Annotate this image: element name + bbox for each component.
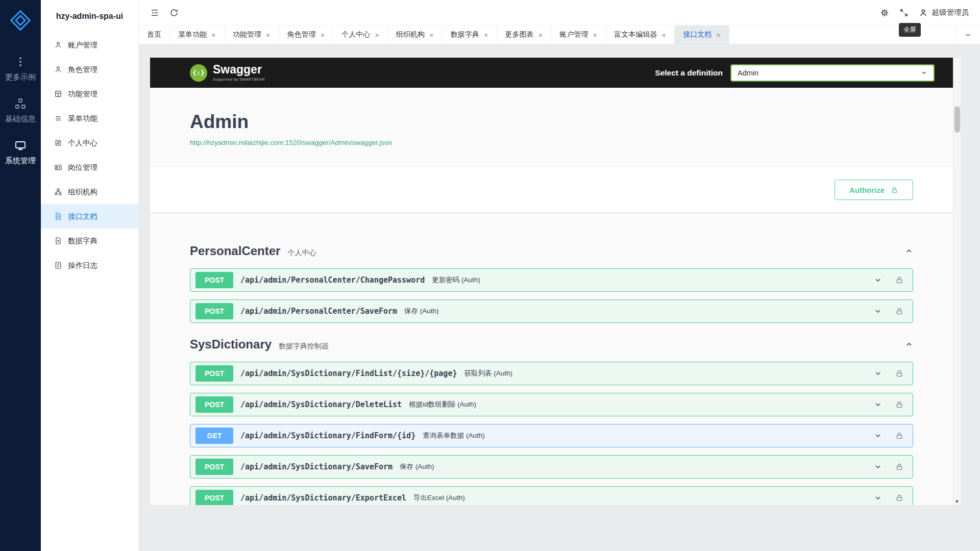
api-operation-row[interactable]: POST /api/admin/SysDictionary/DeleteList… <box>190 393 913 416</box>
authorize-label: Authorize <box>849 186 885 194</box>
user-avatar-icon <box>919 8 928 17</box>
sidebar-item-menus[interactable]: 菜单功能 <box>41 106 138 131</box>
sidebar-item-api-docs[interactable]: 接口文档 <box>41 204 138 229</box>
http-method-badge: POST <box>195 396 233 413</box>
http-method-badge: POST <box>195 272 233 288</box>
close-tab-icon[interactable]: × <box>211 31 216 39</box>
api-path: /api/admin/SysDictionary/FindList/{size}… <box>240 369 457 378</box>
menu-fold-icon[interactable] <box>150 8 159 17</box>
tab-label: 首页 <box>147 30 161 39</box>
expand-operation-icon[interactable] <box>874 494 882 502</box>
sidebar-item-roles[interactable]: 角色管理 <box>41 57 138 82</box>
close-tab-icon[interactable]: × <box>538 31 543 39</box>
diamond-logo-icon <box>9 9 32 32</box>
tab-more-charts[interactable]: 更多图表 × <box>497 26 552 44</box>
select-definition-label: Select a definition <box>655 68 723 78</box>
sidebar-item-label: 账户管理 <box>68 40 97 50</box>
expand-operation-icon[interactable] <box>874 307 882 315</box>
close-tab-icon[interactable]: × <box>321 31 325 39</box>
sidebar-item-positions[interactable]: 岗位管理 <box>41 155 138 180</box>
auth-lock-icon[interactable] <box>895 369 903 378</box>
close-tab-icon[interactable]: × <box>662 31 666 39</box>
close-tab-icon[interactable]: × <box>484 31 488 39</box>
sidebar-item-label: 操作日志 <box>68 261 97 270</box>
swagger-logo-icon: {:} <box>190 64 207 82</box>
api-summary: 保存 (Auth) <box>404 307 439 316</box>
http-method-badge: POST <box>195 365 233 382</box>
tab-functions[interactable]: 功能管理 × <box>225 26 279 44</box>
collapse-section-icon[interactable] <box>905 247 913 255</box>
auth-lock-icon[interactable] <box>895 400 903 409</box>
blocks-icon <box>14 97 27 110</box>
rail-item-label: 系统管理 <box>5 156 36 166</box>
tab-accounts[interactable]: 账户管理 × <box>551 26 606 44</box>
close-tab-icon[interactable]: × <box>375 31 379 39</box>
auth-lock-icon[interactable] <box>895 276 903 284</box>
close-tab-icon[interactable]: × <box>429 31 434 39</box>
sidebar-item-organization[interactable]: 组织机构 <box>41 180 138 204</box>
fullscreen-icon[interactable] <box>899 8 909 17</box>
api-info-section: Admin http://hzyadmin.milaizhijie.com:15… <box>150 88 953 167</box>
tab-home[interactable]: 首页 <box>139 26 170 44</box>
rail-item-system-management[interactable]: 系统管理 <box>0 132 41 173</box>
expand-operation-icon[interactable] <box>874 400 882 409</box>
sidebar-item-operation-logs[interactable]: 操作日志 <box>41 253 138 278</box>
rail-item-label: 基础信息 <box>5 114 36 124</box>
expand-operation-icon[interactable] <box>874 276 882 284</box>
scrollbar-down-arrow[interactable]: ▼ <box>953 499 961 504</box>
api-operation-row[interactable]: POST /api/admin/PersonalCenter/ChangePas… <box>190 268 913 292</box>
tab-label: 富文本编辑器 <box>614 30 657 39</box>
expand-operation-icon[interactable] <box>874 369 882 378</box>
tab-personal-center[interactable]: 个人中心 × <box>333 26 388 44</box>
journal-icon <box>54 261 62 269</box>
definition-select[interactable]: Admin <box>730 64 935 82</box>
api-operation-row[interactable]: GET /api/admin/SysDictionary/FindForm/{i… <box>190 424 913 447</box>
api-operation-row[interactable]: POST /api/admin/SysDictionary/ExportExce… <box>190 486 913 505</box>
section-header-personalcenter[interactable]: PersonalCenter 个人中心 <box>190 244 913 258</box>
app-title: hzy-admin-spa-ui <box>41 0 138 33</box>
api-operation-row[interactable]: POST /api/admin/SysDictionary/FindList/{… <box>190 362 913 385</box>
user-menu[interactable]: 超级管理员 <box>919 8 969 17</box>
tab-list-dropdown[interactable] <box>955 26 980 44</box>
monitor-icon <box>14 139 27 152</box>
swagger-brand-sub: Supported by SMARTBEAR <box>213 77 265 82</box>
authorize-button[interactable]: Authorize <box>835 180 913 200</box>
section-header-sysdictionary[interactable]: SysDictionary 数据字典控制器 <box>190 337 913 352</box>
tab-menus[interactable]: 菜单功能 × <box>170 26 225 44</box>
close-tab-icon[interactable]: × <box>593 31 597 39</box>
tab-rich-text-editor[interactable]: 富文本编辑器 × <box>606 26 675 44</box>
auth-lock-icon[interactable] <box>895 432 903 440</box>
section-description: 个人中心 <box>287 248 316 258</box>
refresh-icon[interactable] <box>169 8 179 17</box>
sidebar-item-functions[interactable]: 功能管理 <box>41 82 138 106</box>
auth-lock-icon[interactable] <box>895 463 903 471</box>
sidebar-item-personal-center[interactable]: 个人中心 <box>41 131 138 155</box>
close-tab-icon[interactable]: × <box>266 31 271 39</box>
settings-gear-icon[interactable] <box>880 8 889 17</box>
expand-operation-icon[interactable] <box>874 432 882 440</box>
sidebar-item-label: 菜单功能 <box>68 114 97 123</box>
api-operation-row[interactable]: POST /api/admin/PersonalCenter/SaveForm … <box>190 299 913 323</box>
sidebar-item-dictionary[interactable]: 数据字典 <box>41 229 138 253</box>
auth-lock-icon[interactable] <box>895 494 903 502</box>
sidebar-item-accounts[interactable]: 账户管理 <box>41 33 138 57</box>
rail-item-basic-info[interactable]: 基础信息 <box>0 90 41 132</box>
tab-dictionary[interactable]: 数据字典 × <box>443 26 497 44</box>
spec-url-link[interactable]: http://hzyadmin.milaizhijie.com:1520/swa… <box>190 139 392 146</box>
app-logo[interactable] <box>7 7 34 34</box>
tab-api-docs[interactable]: 接口文档 × <box>675 26 729 44</box>
api-summary: 查询表单数据 (Auth) <box>423 431 485 440</box>
tab-organization[interactable]: 组织机构 × <box>388 26 443 44</box>
close-tab-icon[interactable]: × <box>716 31 721 39</box>
tab-label: 更多图表 <box>505 30 534 39</box>
expand-operation-icon[interactable] <box>874 463 882 471</box>
sidebar-item-label: 接口文档 <box>68 212 97 221</box>
tab-roles[interactable]: 角色管理 × <box>279 26 334 44</box>
auth-lock-icon[interactable] <box>895 307 903 315</box>
api-operation-row[interactable]: POST /api/admin/SysDictionary/SaveForm 保… <box>190 455 913 479</box>
rail-item-more-examples[interactable]: 更多示例 <box>0 48 41 90</box>
api-path: /api/admin/PersonalCenter/SaveForm <box>240 307 397 316</box>
scrollbar-thumb[interactable] <box>954 106 960 133</box>
collapse-section-icon[interactable] <box>905 340 913 348</box>
swagger-scrollbar[interactable]: ▼ <box>953 58 961 505</box>
